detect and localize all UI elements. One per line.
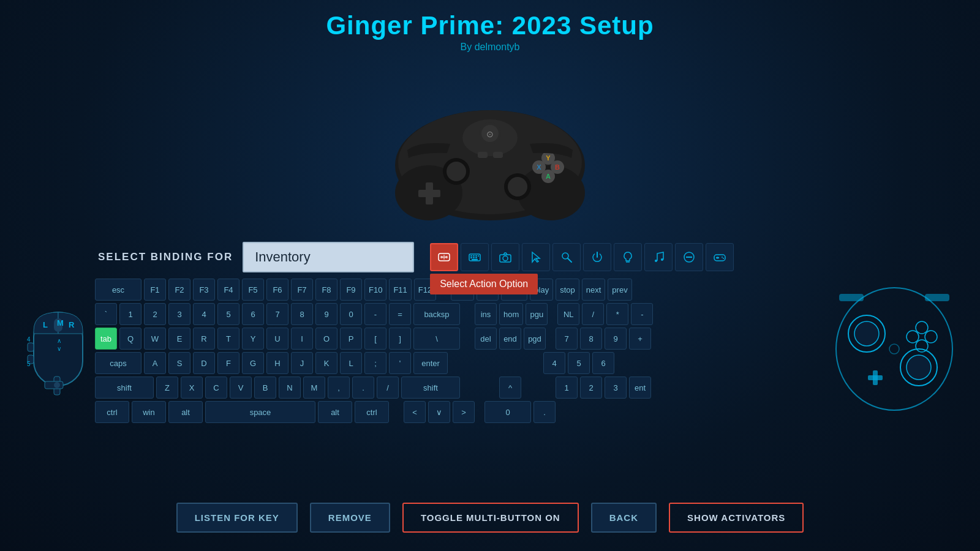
- key-f3[interactable]: F3: [193, 279, 215, 301]
- key-h[interactable]: H: [266, 352, 288, 374]
- key-num8[interactable]: 8: [580, 328, 602, 350]
- key-lalt[interactable]: alt: [168, 401, 203, 423]
- key-f8[interactable]: F8: [315, 279, 337, 301]
- key-r[interactable]: R: [193, 328, 215, 350]
- action-icon-camera[interactable]: [491, 243, 519, 271]
- key-del[interactable]: del: [475, 328, 497, 350]
- action-icon-lightbulb[interactable]: [614, 243, 642, 271]
- key-0[interactable]: 0: [340, 303, 362, 325]
- key-numstar[interactable]: *: [606, 303, 628, 325]
- action-icon-keyboard[interactable]: [461, 243, 489, 271]
- key-lctrl[interactable]: ctrl: [95, 401, 129, 423]
- key-p[interactable]: P: [340, 328, 362, 350]
- key-f5[interactable]: F5: [242, 279, 264, 301]
- key-lbracket[interactable]: [: [364, 328, 386, 350]
- listen-key-button[interactable]: LISTEN FOR KEY: [176, 503, 298, 533]
- key-f[interactable]: F: [217, 352, 239, 374]
- key-8[interactable]: 8: [291, 303, 313, 325]
- key-pgu[interactable]: pgu: [526, 303, 548, 325]
- toggle-multibutton-button[interactable]: TOGGLE MULTI-BUTTON ON: [402, 503, 579, 533]
- key-slash[interactable]: /: [377, 377, 399, 399]
- key-9[interactable]: 9: [315, 303, 337, 325]
- key-o[interactable]: O: [315, 328, 337, 350]
- action-icon-music[interactable]: [644, 243, 673, 271]
- key-f2[interactable]: F2: [168, 279, 190, 301]
- key-pgd[interactable]: pgd: [524, 328, 546, 350]
- show-activators-button[interactable]: SHOW ACTIVATORS: [669, 503, 804, 533]
- action-icon-minus[interactable]: [675, 243, 703, 271]
- key-backspace[interactable]: backsp: [413, 303, 460, 325]
- key-1[interactable]: 1: [119, 303, 141, 325]
- key-ralt[interactable]: alt: [318, 401, 352, 423]
- key-next[interactable]: next: [582, 279, 606, 301]
- key-quote[interactable]: ': [389, 352, 411, 374]
- key-num1[interactable]: 1: [556, 377, 578, 399]
- key-rctrl[interactable]: ctrl: [355, 401, 389, 423]
- key-z[interactable]: Z: [156, 377, 178, 399]
- key-f11[interactable]: F11: [389, 279, 411, 301]
- key-q[interactable]: Q: [119, 328, 141, 350]
- key-num4[interactable]: 4: [543, 352, 565, 374]
- key-num6[interactable]: 6: [592, 352, 614, 374]
- key-space[interactable]: space: [205, 401, 315, 423]
- key-numplus[interactable]: +: [629, 328, 651, 350]
- key-x[interactable]: X: [181, 377, 203, 399]
- key-right[interactable]: >: [453, 401, 475, 423]
- key-backslash[interactable]: \: [413, 328, 460, 350]
- key-num2[interactable]: 2: [580, 377, 602, 399]
- key-y[interactable]: Y: [242, 328, 264, 350]
- key-rbracket[interactable]: ]: [389, 328, 411, 350]
- key-numslash[interactable]: /: [582, 303, 604, 325]
- action-icon-search[interactable]: [552, 243, 581, 271]
- key-f9[interactable]: F9: [340, 279, 362, 301]
- key-down[interactable]: ∨: [428, 401, 450, 423]
- key-m[interactable]: M: [303, 377, 325, 399]
- key-w[interactable]: W: [144, 328, 166, 350]
- action-icon-cursor[interactable]: [522, 243, 550, 271]
- remove-button[interactable]: REMOVE: [310, 503, 390, 533]
- key-win[interactable]: win: [132, 401, 166, 423]
- key-n[interactable]: N: [279, 377, 301, 399]
- back-button[interactable]: BACK: [591, 503, 657, 533]
- key-e[interactable]: E: [168, 328, 190, 350]
- key-2[interactable]: 2: [144, 303, 166, 325]
- key-num0[interactable]: 0: [484, 401, 531, 423]
- key-rshift[interactable]: shift: [401, 377, 460, 399]
- key-caret[interactable]: ^: [499, 377, 521, 399]
- key-4[interactable]: 4: [193, 303, 215, 325]
- key-t[interactable]: T: [217, 328, 239, 350]
- key-3[interactable]: 3: [168, 303, 190, 325]
- key-backtick[interactable]: `: [95, 303, 117, 325]
- key-i[interactable]: I: [291, 328, 313, 350]
- binding-input[interactable]: Inventory: [243, 242, 414, 272]
- key-l[interactable]: L: [340, 352, 362, 374]
- key-num3[interactable]: 3: [605, 377, 627, 399]
- action-icon-gamepad[interactable]: [430, 243, 458, 271]
- key-period[interactable]: .: [352, 377, 374, 399]
- key-nl[interactable]: NL: [557, 303, 579, 325]
- key-nument[interactable]: ent: [629, 377, 651, 399]
- key-v[interactable]: V: [230, 377, 252, 399]
- key-stop[interactable]: stop: [556, 279, 579, 301]
- key-5[interactable]: 5: [217, 303, 239, 325]
- key-tab[interactable]: tab: [95, 328, 117, 350]
- key-end[interactable]: end: [499, 328, 521, 350]
- key-u[interactable]: U: [266, 328, 288, 350]
- key-f1[interactable]: F1: [144, 279, 166, 301]
- key-f4[interactable]: F4: [217, 279, 239, 301]
- key-left[interactable]: <: [404, 401, 426, 423]
- key-b[interactable]: B: [254, 377, 276, 399]
- key-f10[interactable]: F10: [364, 279, 386, 301]
- key-prev[interactable]: prev: [608, 279, 631, 301]
- key-ins[interactable]: ins: [475, 303, 497, 325]
- key-c[interactable]: C: [205, 377, 227, 399]
- key-f7[interactable]: F7: [291, 279, 313, 301]
- key-equals[interactable]: =: [389, 303, 411, 325]
- key-num7[interactable]: 7: [556, 328, 578, 350]
- key-lshift[interactable]: shift: [95, 377, 154, 399]
- key-hom[interactable]: hom: [499, 303, 523, 325]
- key-g[interactable]: G: [242, 352, 264, 374]
- key-num5[interactable]: 5: [568, 352, 590, 374]
- key-num9[interactable]: 9: [605, 328, 627, 350]
- key-minus[interactable]: -: [364, 303, 386, 325]
